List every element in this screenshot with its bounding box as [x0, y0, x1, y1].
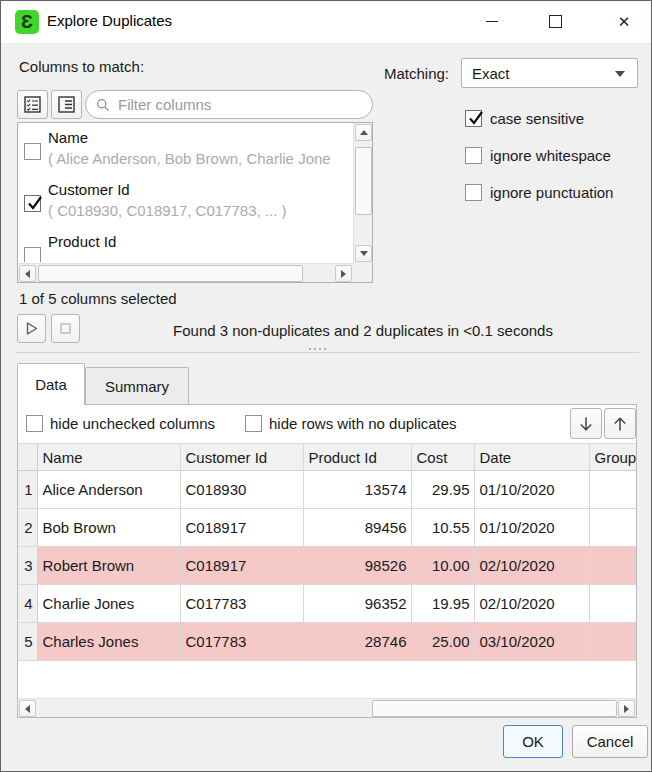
horizontal-scrollbar[interactable] [18, 263, 353, 282]
horizontal-scrollbar-thumb[interactable] [38, 265, 303, 282]
splitter-handle[interactable] [309, 348, 326, 350]
table-cell[interactable]: Charles Jones [37, 623, 180, 661]
minimize-button[interactable] [469, 1, 515, 42]
table-cell[interactable]: 96352 [303, 585, 411, 623]
maximize-button[interactable] [532, 1, 578, 42]
match-option[interactable]: ignore whitespace [465, 147, 611, 164]
table-cell[interactable]: C017783 [180, 585, 303, 623]
table-cell[interactable] [589, 471, 636, 509]
table-cell[interactable]: 01/10/2020 [474, 471, 589, 509]
tab-data[interactable]: Data [17, 363, 85, 405]
match-option[interactable]: case sensitive [465, 110, 584, 127]
left-arrow-icon [25, 270, 30, 278]
scroll-down-button[interactable] [355, 245, 372, 262]
right-arrow-icon [624, 705, 629, 713]
columns-list-viewport: Name( Alice Anderson, Bob Brown, Charlie… [19, 124, 352, 262]
hide-unchecked-columns-checkbox[interactable] [26, 415, 43, 432]
table-row[interactable]: 5Charles JonesC0177832874625.0003/10/202… [18, 623, 636, 661]
table-scroll-left-button[interactable] [19, 700, 36, 717]
table-cell[interactable] [589, 623, 636, 661]
cancel-button[interactable]: Cancel [572, 725, 648, 758]
hide-unchecked-columns-label: hide unchecked columns [50, 415, 215, 432]
filter-columns-box[interactable] [85, 90, 373, 119]
column-item[interactable]: Name( Alice Anderson, Bob Brown, Charlie… [19, 129, 352, 179]
table-cell[interactable]: 13574 [303, 471, 411, 509]
table-header-cell[interactable]: Cost [411, 444, 474, 471]
vertical-scrollbar-thumb[interactable] [355, 147, 372, 215]
hide-no-duplicates-checkbox[interactable] [245, 415, 262, 432]
column-checkbox[interactable] [24, 247, 41, 262]
table-row[interactable]: 1Alice AndersonC0189301357429.9501/10/20… [18, 471, 636, 509]
table-cell[interactable]: 10.00 [411, 547, 474, 585]
column-checkbox[interactable] [24, 143, 41, 160]
table-cell[interactable]: Charlie Jones [37, 585, 180, 623]
column-name: Product Id [48, 233, 116, 250]
table-horizontal-scrollbar[interactable] [18, 698, 636, 717]
match-option-label: ignore whitespace [490, 147, 611, 164]
table-cell[interactable]: 02/10/2020 [474, 585, 589, 623]
match-option-checkbox[interactable] [465, 184, 482, 201]
table-header-cell[interactable]: Customer Id [180, 444, 303, 471]
table-cell[interactable] [589, 585, 636, 623]
close-button[interactable]: ✕ [601, 1, 647, 42]
column-sample: ( Alice Anderson, Bob Brown, Charlie Jon… [48, 150, 331, 167]
columns-list: Name( Alice Anderson, Bob Brown, Charlie… [17, 122, 373, 283]
splitter[interactable] [15, 352, 639, 353]
hide-no-duplicates-label: hide rows with no duplicates [269, 415, 457, 432]
table-cell[interactable] [589, 547, 636, 585]
table-cell[interactable]: 01/10/2020 [474, 509, 589, 547]
selection-status: 1 of 5 columns selected [19, 290, 177, 307]
table-cell[interactable]: 19.95 [411, 585, 474, 623]
tab-summary-label: Summary [105, 378, 169, 395]
table-row[interactable]: 4Charlie JonesC0177839635219.9502/10/202… [18, 585, 636, 623]
table-header-cell[interactable]: Name [37, 444, 180, 471]
table-cell[interactable]: 29.95 [411, 471, 474, 509]
table-cell[interactable]: Bob Brown [37, 509, 180, 547]
explore-duplicates-dialog: Ɛ Explore Duplicates ✕ Columns to match:… [0, 0, 652, 772]
run-button[interactable] [17, 314, 46, 343]
matching-dropdown[interactable]: Exact [461, 58, 638, 88]
table-header-cell[interactable]: Date [474, 444, 589, 471]
scroll-right-button[interactable] [335, 265, 352, 282]
uncheck-all-button[interactable] [51, 90, 82, 119]
table-cell[interactable]: C018917 [180, 509, 303, 547]
match-option-checkbox[interactable] [465, 110, 482, 127]
table-row[interactable]: 2Bob BrownC0189178945610.5501/10/2020 [18, 509, 636, 547]
table-cell[interactable]: C017783 [180, 623, 303, 661]
table-cell[interactable]: 28746 [303, 623, 411, 661]
table-header-cell[interactable]: Group [589, 444, 636, 471]
table-cell[interactable] [589, 509, 636, 547]
table-cell[interactable]: 25.00 [411, 623, 474, 661]
table-cell[interactable]: 02/10/2020 [474, 547, 589, 585]
hide-unchecked-columns-option[interactable]: hide unchecked columns [26, 415, 215, 432]
table-cell[interactable]: 89456 [303, 509, 411, 547]
table-cell[interactable]: 98526 [303, 547, 411, 585]
column-name: Customer Id [48, 181, 130, 198]
tab-summary[interactable]: Summary [85, 367, 189, 404]
column-item[interactable]: Product Id [19, 233, 352, 262]
scroll-left-button[interactable] [19, 265, 36, 282]
table-row[interactable]: 3Robert BrownC0189179852610.0002/10/2020 [18, 547, 636, 585]
ok-button[interactable]: OK [503, 725, 563, 758]
match-option[interactable]: ignore punctuation [465, 184, 613, 201]
stop-button[interactable] [51, 314, 80, 343]
vertical-scrollbar[interactable] [353, 123, 372, 263]
table-header-cell[interactable]: Product Id [303, 444, 411, 471]
move-up-button[interactable] [604, 408, 636, 439]
move-down-button[interactable] [570, 408, 602, 439]
table-scrollbar-thumb[interactable] [372, 700, 617, 717]
table-scroll-right-button[interactable] [618, 700, 635, 717]
scroll-up-button[interactable] [355, 124, 372, 141]
match-option-checkbox[interactable] [465, 147, 482, 164]
table-cell[interactable]: Alice Anderson [37, 471, 180, 509]
table-cell[interactable]: 03/10/2020 [474, 623, 589, 661]
check-all-button[interactable] [17, 90, 48, 119]
table-cell[interactable]: C018917 [180, 547, 303, 585]
column-item[interactable]: Customer Id( C018930, C018917, C017783, … [19, 181, 352, 231]
table-cell[interactable]: C018930 [180, 471, 303, 509]
table-cell[interactable]: 10.55 [411, 509, 474, 547]
table-cell[interactable]: Robert Brown [37, 547, 180, 585]
filter-columns-input[interactable] [116, 95, 362, 114]
hide-no-duplicates-option[interactable]: hide rows with no duplicates [245, 415, 457, 432]
column-checkbox[interactable] [24, 195, 41, 212]
